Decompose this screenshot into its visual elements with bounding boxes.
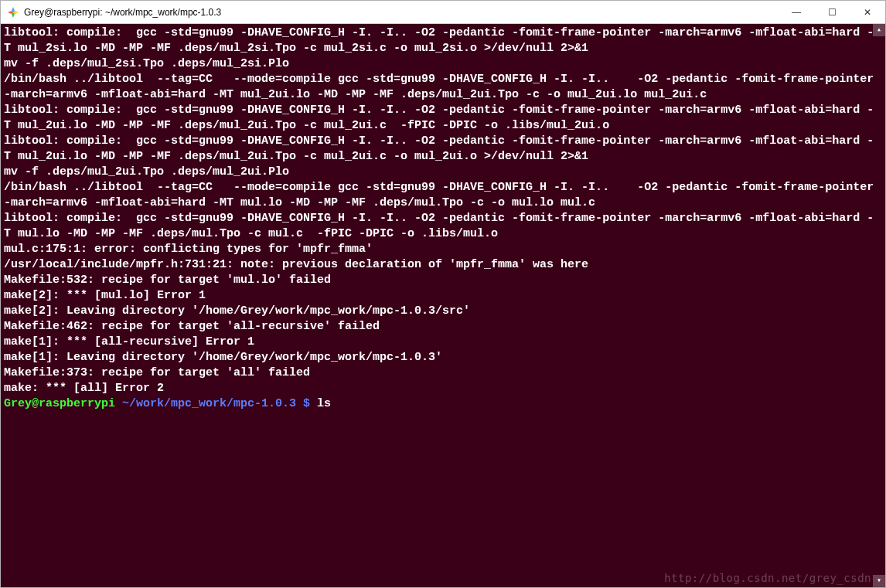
terminal-window: Grey@raspberrypi: ~/work/mpc_work/mpc-1.… — [0, 0, 886, 588]
terminal-body[interactable]: libtool: compile: gcc -std=gnu99 -DHAVE_… — [1, 24, 885, 587]
terminal-output: libtool: compile: gcc -std=gnu99 -DHAVE_… — [4, 26, 881, 395]
maximize-button[interactable]: ☐ — [814, 1, 850, 24]
window-titlebar[interactable]: Grey@raspberrypi: ~/work/mpc_work/mpc-1.… — [1, 1, 885, 24]
window-title: Grey@raspberrypi: ~/work/mpc_work/mpc-1.… — [24, 7, 779, 18]
prompt-user: Grey@raspberrypi — [4, 397, 115, 410]
prompt-path: ~/work/mpc_work/mpc-1.0.3 $ — [122, 397, 310, 410]
watermark: http://blog.csdn.net/grey_csdn — [664, 570, 871, 586]
current-command: ls — [317, 397, 331, 410]
terminal-scrollbar[interactable]: ▴▾ — [873, 24, 885, 587]
scroll-up-icon[interactable]: ▴ — [873, 24, 885, 36]
minimize-button[interactable]: — — [779, 1, 814, 24]
app-icon — [7, 6, 19, 19]
window-controls: — ☐ ✕ — [779, 1, 885, 24]
scroll-down-icon[interactable]: ▾ — [873, 575, 885, 587]
close-button[interactable]: ✕ — [850, 1, 885, 24]
